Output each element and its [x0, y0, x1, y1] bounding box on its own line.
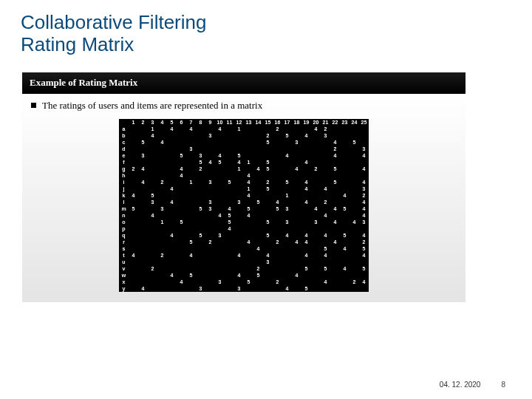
- rating-cell: [196, 219, 205, 225]
- rating-cell: [138, 205, 148, 212]
- rating-cell: [340, 252, 349, 259]
- rating-cell: [273, 132, 282, 139]
- rating-cell: 5: [349, 139, 359, 146]
- rating-cell: [177, 285, 186, 292]
- rating-cell: [349, 159, 359, 166]
- slide: Collaborative Filtering Rating Matrix Ex…: [0, 0, 532, 399]
- rating-cell: [215, 199, 225, 205]
- rating-cell: [129, 126, 138, 132]
- row-header: v: [119, 265, 129, 272]
- table-row: b432543: [119, 132, 369, 139]
- rating-cell: [349, 132, 359, 139]
- rating-cell: [234, 185, 244, 192]
- footer-page-number: 8: [501, 381, 505, 389]
- rating-cell: [244, 132, 253, 139]
- rating-cell: 4: [301, 252, 311, 259]
- rating-cell: 4: [138, 166, 148, 172]
- rating-cell: [225, 139, 234, 146]
- rating-cell: 5: [282, 179, 292, 185]
- rating-cell: [330, 245, 340, 252]
- rating-cell: 3: [215, 279, 225, 285]
- rating-cell: [340, 146, 349, 152]
- rating-cell: [349, 185, 359, 192]
- rating-cell: [148, 179, 157, 185]
- rating-cell: [340, 279, 349, 285]
- rating-cell: [292, 146, 301, 152]
- rating-cell: [215, 172, 225, 179]
- rating-cell: 4: [311, 126, 321, 132]
- rating-cell: [244, 259, 253, 265]
- rating-cell: [340, 285, 349, 292]
- rating-cell: [225, 192, 234, 199]
- rating-cell: 3: [205, 199, 215, 205]
- rating-cell: [340, 239, 349, 245]
- rating-cell: [234, 172, 244, 179]
- rating-cell: [244, 225, 253, 232]
- table-row: y43345: [119, 285, 369, 292]
- rating-cell: [301, 205, 311, 212]
- table-row: x4352424: [119, 279, 369, 285]
- row-header: a: [119, 126, 129, 132]
- rating-cell: [225, 146, 234, 152]
- table-row: d323: [119, 146, 369, 152]
- rating-cell: [282, 172, 292, 179]
- rating-cell: [282, 199, 292, 205]
- rating-cell: 4: [244, 179, 253, 185]
- rating-cell: 5: [225, 212, 234, 219]
- matrix-corner: [119, 119, 129, 126]
- rating-cell: [273, 265, 282, 272]
- rating-cell: 3: [215, 232, 225, 239]
- rating-cell: 4: [282, 232, 292, 239]
- rating-cell: [273, 232, 282, 239]
- rating-cell: [359, 159, 369, 166]
- rating-cell: 5: [359, 265, 369, 272]
- row-header: x: [119, 279, 129, 285]
- rating-cell: [157, 225, 167, 232]
- rating-cell: [205, 152, 215, 159]
- rating-cell: [253, 205, 263, 212]
- rating-cell: [205, 166, 215, 172]
- rating-cell: [196, 185, 205, 192]
- rating-cell: [215, 139, 225, 146]
- rating-cell: [205, 252, 215, 259]
- rating-cell: [225, 199, 234, 205]
- rating-cell: [148, 146, 157, 152]
- column-header: 15: [263, 119, 273, 126]
- rating-cell: [167, 239, 177, 245]
- table-row: i42135425454: [119, 179, 369, 185]
- rating-cell: [253, 172, 263, 179]
- rating-cell: [186, 279, 196, 285]
- rating-cell: [292, 245, 301, 252]
- rating-cell: [225, 252, 234, 259]
- rating-cell: [196, 132, 205, 139]
- column-header: 1: [129, 119, 138, 126]
- rating-cell: [244, 146, 253, 152]
- rating-cell: 3: [196, 285, 205, 292]
- rating-cell: [244, 166, 253, 172]
- rating-cell: [205, 185, 215, 192]
- rating-cell: [177, 239, 186, 245]
- rating-cell: 4: [215, 152, 225, 159]
- rating-cell: 2: [330, 146, 340, 152]
- rating-cell: [273, 172, 282, 179]
- rating-cell: [292, 179, 301, 185]
- rating-cell: [167, 285, 177, 292]
- rating-cell: 3: [205, 132, 215, 139]
- rating-cell: [311, 199, 321, 205]
- rating-cell: [148, 279, 157, 285]
- rating-cell: 4: [273, 199, 282, 205]
- row-header: w: [119, 272, 129, 279]
- rating-cell: 1: [244, 159, 253, 166]
- rating-cell: [205, 212, 215, 219]
- rating-cell: [129, 132, 138, 139]
- rating-cell: [263, 265, 273, 272]
- title-line-1: Collaborative Filtering: [21, 12, 511, 34]
- rating-cell: [244, 252, 253, 259]
- rating-cell: 4: [253, 245, 263, 252]
- rating-cell: [215, 272, 225, 279]
- rating-cell: [186, 139, 196, 146]
- rating-cell: [186, 232, 196, 239]
- table-row: f5454154: [119, 159, 369, 166]
- column-header: 12: [234, 119, 244, 126]
- rating-cell: 4: [330, 152, 340, 159]
